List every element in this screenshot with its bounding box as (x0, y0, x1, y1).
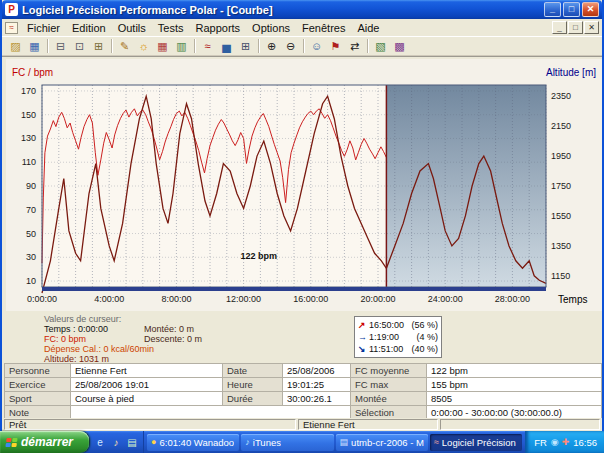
task-polar-label: Logiciel Précision Perf... (442, 437, 518, 448)
zone-percent: (40 %) (411, 343, 438, 355)
task-wanadoo[interactable]: ●6:01:40 Wanadoo (147, 434, 239, 451)
average-hr-annotation: 122 bpm (240, 251, 277, 261)
task-word-utmb[interactable]: ▤utmb-cr-2006 - Micro... (336, 434, 428, 451)
label-exercice: Exercice (5, 378, 71, 392)
network-tray-icon[interactable]: ◉ (551, 438, 559, 447)
status-bar: Prêt Etienne Fert (2, 418, 602, 431)
exercise-icon[interactable]: ⚑ (326, 38, 345, 55)
task-itunes-label: iTunes (253, 437, 281, 448)
value-note[interactable] (71, 406, 351, 419)
window-controls: _□✕ (544, 2, 599, 17)
zoom-in-icon[interactable]: ⊕ (262, 38, 281, 55)
menu-item-outils[interactable]: Outils (112, 21, 152, 35)
table-row-note: Note Sélection 0:00:00 - 30:00:00 (30:00… (5, 406, 602, 419)
bar-chart-icon[interactable]: ▅ (217, 38, 236, 55)
report-chart-icon[interactable]: ▧ (371, 38, 390, 55)
menu-item-options[interactable]: Options (246, 21, 296, 35)
left-axis-tick: 90 (6, 181, 36, 191)
cursor-descent-value: Descente: 0 m (144, 334, 202, 344)
ie-quicklaunch-icon[interactable]: e (93, 435, 107, 449)
value-selection: 0:00:00 - 30:00:00 (30:00:00.0) (427, 406, 602, 419)
mdi-close-button[interactable]: ✕ (584, 21, 599, 34)
mdi-document-icon[interactable]: ≈ (5, 22, 18, 34)
mdi-window-controls: _□✕ (551, 21, 599, 34)
task-buttons: ●6:01:40 Wanadoo♪iTunes▤utmb-cr-2006 - M… (144, 431, 525, 453)
cursor-ascent-value: Montée: 0 m (144, 324, 202, 334)
task-itunes[interactable]: ♪iTunes (241, 434, 333, 451)
label-sport: Sport (5, 392, 71, 406)
save-icon[interactable]: ▦ (25, 38, 44, 55)
clock[interactable]: 16:56 (573, 437, 597, 448)
cursor-values-header: Valeurs de curseur: (44, 314, 154, 324)
copy-icon[interactable]: ⊡ (70, 38, 89, 55)
menu-item-fenetres[interactable]: Fenêtres (296, 21, 351, 35)
x-axis-tick: 12:00:00 (220, 294, 268, 304)
chart-canvas[interactable] (6, 59, 602, 311)
compare-icon[interactable]: ⇄ (345, 38, 364, 55)
zone-percent: (4 %) (416, 331, 438, 343)
value-sport: Course à pied (71, 392, 223, 406)
task-wanadoo-label: 6:01:40 Wanadoo (159, 437, 234, 448)
menu-item-edition[interactable]: Edition (66, 21, 112, 35)
x-axis-tick: 8:00:00 (152, 294, 200, 304)
calendar-icon[interactable]: ▦ (153, 38, 172, 55)
right-axis-tick: 1550 (551, 211, 571, 221)
zone-row-2: ↘11:51:00(40 %) (358, 343, 438, 355)
app-window: P Logiciel Précision Performance Polar -… (0, 0, 604, 431)
zone-row-0: ↗16:50:00(56 %) (358, 319, 438, 331)
zoom-out-icon[interactable]: ⊖ (281, 38, 300, 55)
left-axis-title: FC / bpm (12, 67, 53, 78)
lamp-icon[interactable]: ☼ (134, 38, 153, 55)
menu-item-rapports[interactable]: Rapports (189, 21, 246, 35)
right-axis-tick: 1750 (551, 181, 571, 191)
label-note: Note (5, 406, 71, 419)
desktop-quicklaunch-icon[interactable]: ▤ (125, 435, 139, 449)
quick-launch-bar: e♪▤ (89, 431, 144, 453)
diary-icon[interactable]: ▥ (172, 38, 191, 55)
report-summary-icon[interactable]: ▩ (390, 38, 409, 55)
windows-logo-icon (5, 438, 17, 447)
antivirus-tray-icon[interactable]: ✚ (562, 438, 570, 447)
zone-arrow-icon: ↗ (358, 319, 367, 331)
desktop-screen: P Logiciel Précision Performance Polar -… (0, 0, 604, 453)
toolbar-separator (111, 39, 112, 53)
table-row-personne: Personne Etienne Fert Date 25/08/2006 FC… (5, 364, 602, 378)
mdi-minimize-button[interactable]: _ (552, 21, 567, 34)
curve-view-icon[interactable]: ≈ (198, 38, 217, 55)
menu-bar: ≈ FichierEditionOutilsTestsRapportsOptio… (2, 19, 602, 37)
media-quicklaunch-icon[interactable]: ♪ (109, 435, 123, 449)
label-selection: Sélection (351, 406, 427, 419)
right-axis-tick: 2150 (551, 121, 571, 131)
table-view-icon[interactable]: ⊞ (236, 38, 255, 55)
cursor-calories-value: Dépense Cal.: 0 kcal/60min (44, 344, 154, 354)
edit-icon[interactable]: ✎ (115, 38, 134, 55)
task-polar[interactable]: ≈Logiciel Précision Perf... (430, 434, 522, 451)
zone-arrow-icon: → (358, 331, 367, 343)
mdi-restore-button[interactable]: □ (568, 21, 583, 34)
window-title: Logiciel Précision Performance Polar - [… (22, 4, 540, 16)
cursor-values-panel: Valeurs de curseur: Temps : 0:00:00 FC: … (6, 312, 602, 362)
menu-item-aide[interactable]: Aide (351, 21, 385, 35)
close-button[interactable]: ✕ (582, 2, 599, 17)
status-ready: Prêt (4, 419, 296, 430)
start-button[interactable]: démarrer (0, 431, 89, 453)
person-icon[interactable]: ☺ (307, 38, 326, 55)
minimize-button[interactable]: _ (544, 2, 561, 17)
menu-item-tests[interactable]: Tests (152, 21, 190, 35)
value-exercice: 25/08/2006 19:01 (71, 378, 223, 392)
value-fc-max: 155 bpm (427, 378, 602, 392)
menu-item-fichier[interactable]: Fichier (21, 21, 66, 35)
table-row-exercice: Exercice 25/08/2006 19:01 Heure 19:01:25… (5, 378, 602, 392)
left-axis-tick: 110 (6, 157, 36, 167)
value-fc-moyenne: 122 bpm (427, 364, 602, 378)
task-word-utmb-icon: ▤ (340, 437, 349, 447)
tray-icons: ◉✚ (551, 438, 569, 447)
paste-icon[interactable]: ⊞ (89, 38, 108, 55)
keyboard-language-indicator[interactable]: FR (534, 437, 547, 448)
label-heure: Heure (223, 378, 283, 392)
left-axis-tick: 50 (6, 229, 36, 239)
title-bar[interactable]: P Logiciel Précision Performance Polar -… (2, 0, 602, 19)
open-icon[interactable]: ▨ (6, 38, 25, 55)
print-icon[interactable]: ⊟ (51, 38, 70, 55)
maximize-button[interactable]: □ (563, 2, 580, 17)
